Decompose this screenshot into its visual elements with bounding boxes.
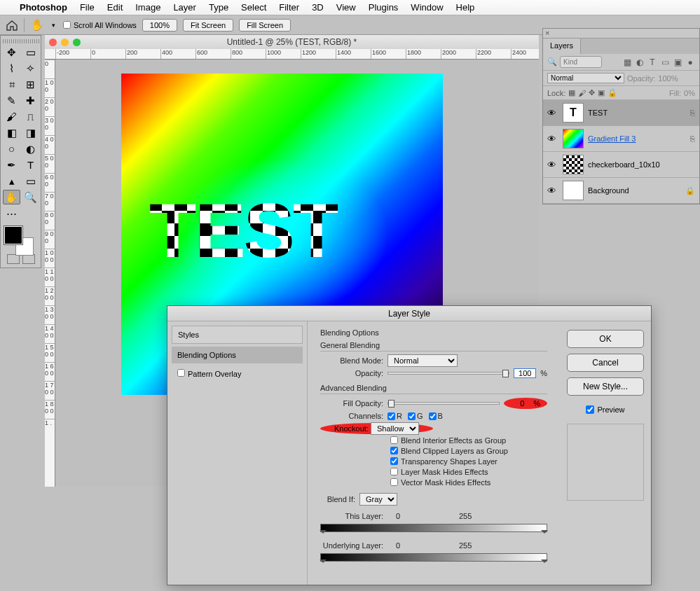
blend-mode-select[interactable]: Normal — [547, 73, 624, 83]
more-tools-icon[interactable]: ⋯ — [3, 206, 20, 221]
layer-thumb[interactable] — [563, 129, 584, 148]
magic-wand-tool-icon[interactable]: ✧ — [22, 61, 39, 76]
channel-b-checkbox[interactable] — [429, 412, 437, 420]
fill-opacity-slider[interactable] — [387, 402, 500, 405]
channel-r-checkbox[interactable] — [387, 412, 395, 420]
pattern-overlay-checkbox[interactable] — [177, 369, 185, 377]
filter-toggle-icon[interactable]: ● — [685, 57, 695, 67]
gradient-tool-icon[interactable]: ◧ — [3, 125, 20, 140]
visibility-icon[interactable]: 👁 — [547, 134, 558, 144]
menu-view[interactable]: View — [336, 2, 356, 13]
horizontal-ruler[interactable]: -200020040060080010001200140016001800200… — [45, 49, 539, 60]
layer-mask-hides-checkbox[interactable] — [390, 468, 398, 475]
visibility-icon[interactable]: 👁 — [547, 186, 558, 196]
filter-smart-icon[interactable]: ▣ — [673, 57, 682, 67]
opacity-value[interactable]: 100% — [658, 74, 678, 83]
menu-select[interactable]: Select — [241, 2, 266, 13]
layer-thumb[interactable] — [563, 181, 584, 200]
filter-shape-icon[interactable]: ▭ — [660, 57, 670, 67]
menu-file[interactable]: File — [80, 2, 95, 13]
ok-button[interactable]: OK — [567, 330, 644, 348]
layer-item-background[interactable]: 👁 Background 🔒 — [543, 178, 699, 204]
lock-paint-icon[interactable]: 🖌 — [578, 89, 586, 97]
layer-item-gradient[interactable]: 👁 Gradient Fill 3 ⎘ — [543, 126, 699, 152]
visibility-icon[interactable]: 👁 — [547, 108, 558, 118]
channel-g-checkbox[interactable] — [408, 412, 416, 420]
visibility-icon[interactable]: 👁 — [547, 160, 558, 170]
layers-tab[interactable]: Layers — [543, 39, 581, 54]
zoom-100-button[interactable]: 100% — [142, 19, 177, 32]
home-icon[interactable] — [6, 20, 18, 31]
marquee-tool-icon[interactable]: ▭ — [22, 45, 39, 60]
menu-help[interactable]: Help — [456, 2, 475, 13]
filter-type-icon[interactable]: T — [647, 57, 657, 67]
hand-tool-icon[interactable]: ✋ — [3, 190, 20, 204]
layer-kind-filter[interactable] — [560, 56, 602, 68]
layer-thumb-type-icon[interactable]: T — [563, 103, 584, 123]
new-style-button[interactable]: New Style... — [567, 377, 644, 396]
type-tool-icon[interactable]: T — [22, 158, 39, 172]
stamp-tool-icon[interactable]: ⎍ — [22, 109, 39, 124]
color-swatches[interactable] — [3, 225, 39, 253]
menu-plugins[interactable]: Plugins — [369, 2, 399, 13]
blend-mode-select[interactable]: Normal — [387, 354, 458, 367]
panel-close-icon[interactable]: × — [545, 29, 549, 37]
filter-pixel-icon[interactable]: ▦ — [622, 57, 632, 67]
fill-screen-button[interactable]: Fill Screen — [239, 19, 291, 32]
transparency-shapes-checkbox[interactable] — [390, 457, 398, 465]
path-select-tool-icon[interactable]: ▴ — [3, 174, 20, 188]
menu-3d[interactable]: 3D — [312, 2, 324, 13]
scroll-all-windows-checkbox[interactable] — [63, 21, 71, 29]
blending-options-item[interactable]: Blending Options — [172, 347, 303, 363]
layer-item-checkerboard[interactable]: 👁 checkerboard_10x10 — [543, 152, 699, 178]
vector-mask-hides-checkbox[interactable] — [390, 478, 398, 486]
brush-tool-icon[interactable]: 🖌 — [3, 109, 20, 124]
eraser-tool-icon[interactable]: ◨ — [22, 125, 39, 140]
styles-item[interactable]: Styles — [172, 326, 303, 344]
shape-tool-icon[interactable]: ▭ — [22, 174, 39, 188]
blend-if-select[interactable]: Gray — [359, 493, 397, 506]
search-icon[interactable]: 🔍 — [547, 57, 557, 67]
blur-tool-icon[interactable]: ○ — [3, 141, 20, 156]
fit-screen-button[interactable]: Fit Screen — [183, 19, 233, 32]
layer-thumb[interactable] — [563, 155, 584, 174]
layer-item-test[interactable]: 👁 T TEST ⎘ — [543, 100, 699, 126]
eyedropper-tool-icon[interactable]: ✎ — [3, 93, 20, 108]
fill-value[interactable]: 0% — [684, 89, 695, 97]
knockout-select[interactable]: Shallow — [371, 422, 419, 435]
quick-mask-icons[interactable] — [3, 254, 39, 264]
this-layer-slider[interactable] — [320, 524, 547, 532]
pen-tool-icon[interactable]: ✒ — [3, 158, 20, 172]
layer-name[interactable]: Background — [588, 186, 629, 195]
lock-all-icon[interactable]: 🔒 — [608, 88, 617, 97]
menu-layer[interactable]: Layer — [173, 2, 196, 13]
lock-artboard-icon[interactable]: ▣ — [598, 88, 605, 97]
menu-type[interactable]: Type — [209, 2, 228, 13]
menu-window[interactable]: Window — [411, 2, 443, 13]
frame-tool-icon[interactable]: ⊞ — [22, 77, 39, 92]
panel-grip[interactable] — [3, 39, 39, 43]
menu-image[interactable]: Image — [135, 2, 160, 13]
zoom-tool-icon[interactable]: 🔍 — [22, 190, 39, 204]
opacity-slider[interactable] — [387, 372, 509, 375]
lock-position-icon[interactable]: ✥ — [589, 88, 595, 97]
app-name[interactable]: Photoshop — [20, 2, 67, 13]
tool-preset-dropdown[interactable]: ▾ — [50, 22, 57, 29]
move-tool-icon[interactable]: ✥ — [3, 45, 20, 60]
hand-tool-icon[interactable]: ✋ — [30, 18, 44, 32]
window-minimize-icon[interactable] — [61, 39, 69, 46]
lock-transparency-icon[interactable]: ▦ — [568, 88, 575, 97]
pattern-overlay-item[interactable]: Pattern Overlay — [172, 365, 303, 382]
underlying-layer-slider[interactable] — [320, 553, 547, 562]
layer-link-icon[interactable]: ⎘ — [690, 134, 695, 143]
vertical-ruler[interactable]: 01 0 02 0 03 0 04 0 05 0 06 0 07 0 08 0 … — [45, 60, 55, 487]
layer-name[interactable]: TEST — [588, 109, 608, 117]
layer-name[interactable]: Gradient Fill 3 — [588, 134, 636, 143]
healing-tool-icon[interactable]: ✚ — [22, 93, 39, 108]
filter-adjust-icon[interactable]: ◐ — [635, 57, 645, 67]
menu-edit[interactable]: Edit — [107, 2, 123, 13]
window-close-icon[interactable] — [49, 39, 57, 46]
window-maximize-icon[interactable] — [73, 39, 81, 46]
foreground-color-swatch[interactable] — [4, 226, 22, 244]
layer-link-icon[interactable]: ⎘ — [690, 109, 695, 117]
